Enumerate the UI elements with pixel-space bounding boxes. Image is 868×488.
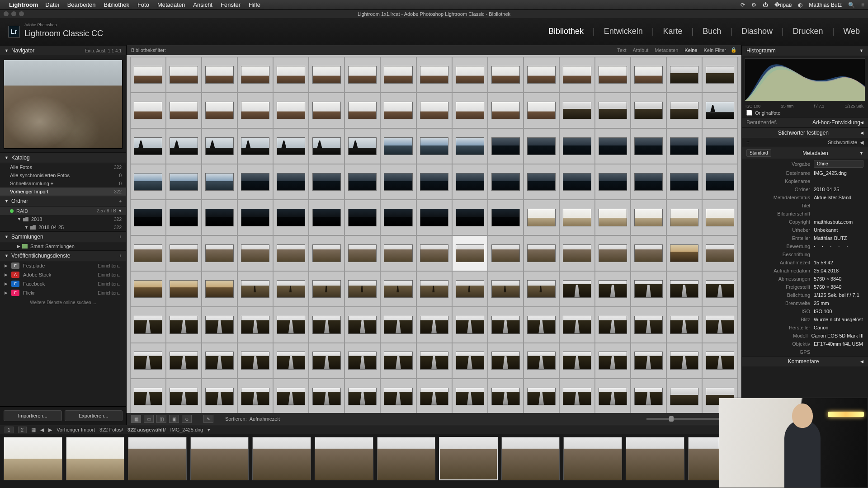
thumbnail[interactable] — [420, 209, 448, 226]
grid-cell[interactable] — [416, 164, 452, 200]
grid-cell[interactable] — [202, 271, 237, 307]
thumbnail[interactable] — [170, 66, 198, 84]
meta-value[interactable]: Matthias BUTZ — [814, 235, 863, 241]
thumbnail[interactable] — [170, 102, 198, 119]
grid-cell[interactable] — [416, 57, 452, 93]
thumbnail[interactable] — [599, 173, 627, 191]
grid-cell[interactable] — [273, 128, 309, 164]
thumbnail[interactable] — [134, 173, 162, 191]
meta-value[interactable]: 5760 × 3840 — [814, 276, 863, 282]
thumbnail[interactable] — [599, 316, 627, 333]
menubar-user[interactable]: Matthias Butz — [809, 2, 842, 8]
grid-cell[interactable] — [702, 271, 738, 307]
disclosure-icon[interactable]: ▶ — [5, 272, 8, 277]
disclosure-icon[interactable]: ▼ — [5, 48, 9, 53]
meta-value[interactable]: Canon — [814, 325, 863, 330]
catalog-row[interactable]: Vorheriger Import322 — [0, 188, 126, 196]
meta-value[interactable]: · · · · · — [814, 244, 863, 249]
module-web[interactable]: Web — [843, 27, 860, 36]
grid-cell[interactable] — [524, 343, 559, 379]
grid-cell[interactable] — [559, 379, 595, 413]
filmstrip-thumb[interactable] — [377, 437, 436, 480]
thumbnail[interactable] — [241, 316, 269, 333]
grid-cell[interactable] — [344, 57, 380, 93]
thumbnail[interactable] — [134, 352, 162, 369]
grid-cell[interactable] — [666, 93, 702, 128]
thumbnail[interactable] — [456, 316, 484, 333]
grid-cell[interactable] — [237, 235, 273, 271]
grid-cell[interactable] — [631, 128, 666, 164]
grid-cell[interactable] — [631, 93, 666, 128]
thumbnail[interactable] — [205, 316, 234, 333]
tray-icon[interactable]: ⚙ — [751, 2, 756, 8]
thumbnail[interactable] — [420, 102, 448, 119]
thumbnail[interactable] — [563, 316, 591, 333]
disclosure-icon[interactable]: ▼ — [5, 155, 9, 160]
grid-cell[interactable] — [202, 200, 237, 235]
thumbnail[interactable] — [456, 209, 484, 226]
folders-header[interactable]: ▼ Ordner + — [0, 196, 126, 206]
thumbnail[interactable] — [563, 66, 591, 84]
filter-tab-keine[interactable]: Keine — [684, 47, 697, 53]
thumbnail[interactable] — [348, 280, 377, 298]
grid-cell[interactable] — [130, 200, 166, 235]
grid-cell[interactable] — [559, 235, 595, 271]
thumbnail[interactable] — [420, 388, 448, 405]
disclosure-icon[interactable]: ▼ — [5, 253, 9, 258]
thumbnail[interactable] — [205, 209, 234, 226]
thumbnail[interactable] — [706, 102, 734, 119]
catalog-row[interactable]: Schnellsammlung +0 — [0, 179, 126, 188]
thumbnail[interactable] — [205, 102, 234, 119]
lock-icon[interactable]: 🔒 — [731, 47, 737, 53]
thumbnail[interactable] — [277, 388, 305, 405]
thumbnail[interactable] — [241, 388, 269, 405]
thumbnail[interactable] — [527, 280, 556, 298]
thumbnail[interactable] — [527, 316, 556, 333]
thumbnail[interactable] — [491, 280, 520, 298]
thumbnail[interactable] — [706, 66, 734, 84]
thumbnail[interactable] — [491, 102, 520, 119]
thumbnail[interactable] — [563, 209, 591, 226]
grid-cell[interactable] — [666, 271, 702, 307]
thumbnail[interactable] — [312, 316, 341, 333]
grid-cell[interactable] — [130, 128, 166, 164]
grid-cell[interactable] — [524, 200, 559, 235]
meta-value[interactable]: ISO 100 — [814, 309, 863, 314]
grid-cell[interactable] — [344, 235, 380, 271]
grid-cell[interactable] — [273, 57, 309, 93]
grid-cell[interactable] — [380, 307, 416, 343]
thumbnail[interactable] — [527, 244, 556, 262]
thumbnail[interactable] — [134, 244, 162, 262]
grid-cell[interactable] — [344, 128, 380, 164]
meta-value[interactable]: matthiasbutz.com — [814, 219, 863, 225]
grid-cell[interactable] — [344, 164, 380, 200]
thumbnail[interactable] — [670, 388, 698, 405]
thumbnail[interactable] — [456, 388, 484, 405]
thumbnail[interactable] — [599, 209, 627, 226]
thumbnail[interactable] — [170, 173, 198, 191]
grid-cell[interactable] — [488, 307, 524, 343]
thumbnail[interactable] — [384, 137, 412, 155]
grid-cell[interactable] — [130, 379, 166, 413]
add-keyword-icon[interactable]: + — [746, 139, 750, 145]
thumbnail[interactable] — [241, 209, 269, 226]
grid-cell[interactable] — [237, 271, 273, 307]
grid-cell[interactable] — [452, 271, 488, 307]
thumbnail[interactable] — [205, 137, 234, 155]
grid-cell[interactable] — [380, 235, 416, 271]
meta-value[interactable]: 5760 × 3840 — [814, 284, 863, 290]
grid-cell[interactable] — [524, 164, 559, 200]
grid-cell[interactable] — [237, 57, 273, 93]
thumbnail[interactable] — [384, 209, 412, 226]
filmstrip-thumb[interactable] — [128, 437, 187, 480]
module-entwickeln[interactable]: Entwickeln — [604, 27, 643, 36]
grid-cell[interactable] — [559, 343, 595, 379]
grid-cell[interactable] — [452, 93, 488, 128]
second-monitor-2[interactable]: 2 — [18, 427, 27, 433]
publish-header[interactable]: ▼ Veröffentlichungsdienste + — [0, 250, 126, 261]
thumbnail[interactable] — [348, 244, 377, 262]
grid-cell[interactable] — [130, 164, 166, 200]
thumbnail[interactable] — [205, 388, 234, 405]
drive-row[interactable]: RAID 2.5 / 8 TB ▾ — [0, 206, 126, 215]
publish-service-row[interactable]: ▶FFlickrEinrichten... — [0, 288, 126, 297]
